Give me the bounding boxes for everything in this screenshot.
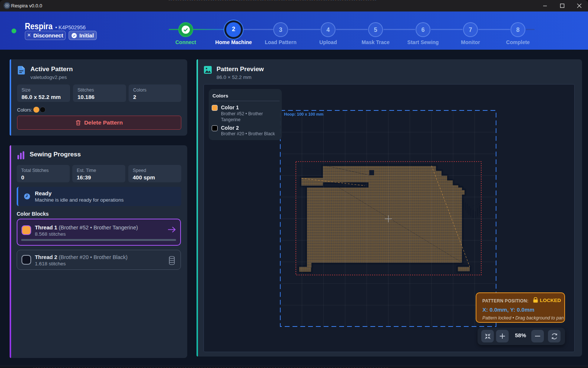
- svg-text:Hoop: 100 x 100 mm: Hoop: 100 x 100 mm: [284, 112, 324, 116]
